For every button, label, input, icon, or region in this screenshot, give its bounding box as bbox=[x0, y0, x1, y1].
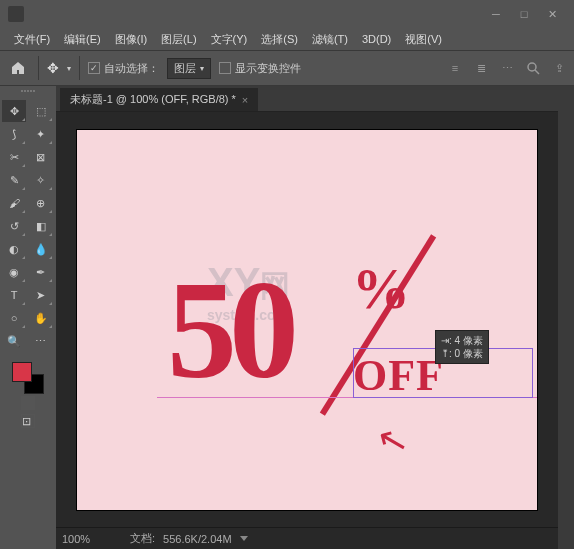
history-brush-tool[interactable]: ↺ bbox=[2, 215, 26, 237]
show-transform-checkbox[interactable]: 显示变换控件 bbox=[219, 61, 301, 76]
doc-info-value: 556.6K/2.04M bbox=[163, 533, 232, 545]
screen-mode-toggle[interactable]: ⊡ bbox=[21, 414, 35, 428]
text-layer-percent[interactable]: % bbox=[352, 255, 410, 322]
path-selection-tool[interactable]: ➤ bbox=[29, 284, 53, 306]
menu-edit[interactable]: 编辑(E) bbox=[58, 30, 107, 49]
maximize-button[interactable]: □ bbox=[510, 4, 538, 24]
panel-drag-handle[interactable] bbox=[2, 90, 54, 98]
edit-toolbar[interactable]: ⋯ bbox=[29, 330, 53, 352]
document-tab[interactable]: 未标题-1 @ 100% (OFF, RGB/8) * × bbox=[60, 88, 258, 111]
marquee-tool[interactable]: ⬚ bbox=[29, 100, 53, 122]
svg-point-0 bbox=[528, 63, 536, 71]
share-icon[interactable]: ⇪ bbox=[550, 59, 568, 77]
auto-select-checkbox[interactable]: ✓ 自动选择： bbox=[88, 61, 159, 76]
menu-filter[interactable]: 滤镜(T) bbox=[306, 30, 354, 49]
close-window-button[interactable]: ✕ bbox=[538, 4, 566, 24]
minimize-button[interactable]: ─ bbox=[482, 4, 510, 24]
dropdown-value: 图层 bbox=[174, 61, 196, 76]
auto-select-label: 自动选择： bbox=[104, 61, 159, 76]
frame-tool[interactable]: ⊠ bbox=[29, 146, 53, 168]
clone-stamp-tool[interactable]: ⊕ bbox=[29, 192, 53, 214]
menu-layer[interactable]: 图层(L) bbox=[155, 30, 202, 49]
status-bar: 100% 文档: 556.6K/2.04M bbox=[56, 527, 558, 549]
hand-tool[interactable]: ✋ bbox=[29, 307, 53, 329]
menu-3d[interactable]: 3D(D) bbox=[356, 31, 397, 47]
brush-tool[interactable]: 🖌 bbox=[2, 192, 26, 214]
menu-select[interactable]: 选择(S) bbox=[255, 30, 304, 49]
chevron-down-icon: ▾ bbox=[200, 64, 204, 73]
tab-close-button[interactable]: × bbox=[242, 94, 248, 106]
fg-color-swatch[interactable] bbox=[12, 362, 32, 382]
crop-tool[interactable]: ✂ bbox=[2, 146, 26, 168]
canvas-area[interactable]: XY网 system.com 50 % OFF ⇥: 4 像素 ⤒: 0 像素 … bbox=[56, 112, 558, 527]
zoom-tool[interactable]: 🔍 bbox=[2, 330, 26, 352]
document-tabs: 未标题-1 @ 100% (OFF, RGB/8) * × bbox=[56, 86, 558, 112]
home-icon bbox=[10, 60, 26, 76]
status-menu-arrow-icon[interactable] bbox=[240, 536, 248, 541]
menu-text[interactable]: 文字(Y) bbox=[205, 30, 254, 49]
zoom-level[interactable]: 100% bbox=[62, 533, 122, 545]
auto-select-dropdown[interactable]: 图层 ▾ bbox=[167, 58, 211, 79]
dodge-tool[interactable]: ◉ bbox=[2, 261, 26, 283]
checkbox-icon: ✓ bbox=[88, 62, 100, 74]
move-tool-icon: ✥ bbox=[47, 60, 59, 76]
menu-bar: 文件(F) 编辑(E) 图像(I) 图层(L) 文字(Y) 选择(S) 滤镜(T… bbox=[0, 28, 574, 50]
show-transform-label: 显示变换控件 bbox=[235, 61, 301, 76]
app-logo bbox=[8, 6, 24, 22]
type-tool[interactable]: T bbox=[2, 284, 26, 306]
tools-panel: ✥ ⬚ ⟆ ✦ ✂ ⊠ ✎ ✧ 🖌 ⊕ ↺ ◧ ◐ 💧 ◉ ✒ T ➤ ○ ✋ … bbox=[0, 86, 56, 549]
tab-title: 未标题-1 @ 100% (OFF, RGB/8) * bbox=[70, 92, 236, 107]
pen-tool[interactable]: ✒ bbox=[29, 261, 53, 283]
align-left-icon[interactable]: ≡ bbox=[446, 59, 464, 77]
measurement-tooltip: ⇥: 4 像素 ⤒: 0 像素 bbox=[435, 330, 489, 364]
dropdown-arrow-icon: ▾ bbox=[67, 64, 71, 73]
eyedropper-tool[interactable]: ✎ bbox=[2, 169, 26, 191]
text-layer-50[interactable]: 50 bbox=[167, 260, 291, 400]
magic-wand-tool[interactable]: ✦ bbox=[29, 123, 53, 145]
menu-view[interactable]: 视图(V) bbox=[399, 30, 448, 49]
options-bar: ✥ ▾ ✓ 自动选择： 图层 ▾ 显示变换控件 ≡ ≣ ⋯ ⇪ bbox=[0, 50, 574, 86]
checkbox-icon bbox=[219, 62, 231, 74]
blur-tool[interactable]: 💧 bbox=[29, 238, 53, 260]
text-layer-off[interactable]: OFF bbox=[353, 350, 444, 401]
move-tool[interactable]: ✥ bbox=[2, 100, 26, 122]
more-icon[interactable]: ⋯ bbox=[498, 59, 516, 77]
align-center-icon[interactable]: ≣ bbox=[472, 59, 490, 77]
lasso-tool[interactable]: ⟆ bbox=[2, 123, 26, 145]
title-bar: ─ □ ✕ bbox=[0, 0, 574, 28]
canvas[interactable]: XY网 system.com 50 % OFF ⇥: 4 像素 ⤒: 0 像素 … bbox=[77, 130, 537, 510]
shape-tool[interactable]: ○ bbox=[2, 307, 26, 329]
home-button[interactable] bbox=[6, 56, 30, 80]
search-icon[interactable] bbox=[524, 59, 542, 77]
doc-info-label: 文档: bbox=[130, 531, 155, 546]
collapsed-panels[interactable] bbox=[558, 86, 574, 549]
menu-file[interactable]: 文件(F) bbox=[8, 30, 56, 49]
healing-brush-tool[interactable]: ✧ bbox=[29, 169, 53, 191]
gradient-tool[interactable]: ◐ bbox=[2, 238, 26, 260]
quick-mask-toggle[interactable] bbox=[21, 396, 35, 410]
color-swatches[interactable] bbox=[12, 362, 44, 394]
svg-line-1 bbox=[535, 70, 539, 74]
eraser-tool[interactable]: ◧ bbox=[29, 215, 53, 237]
menu-image[interactable]: 图像(I) bbox=[109, 30, 153, 49]
